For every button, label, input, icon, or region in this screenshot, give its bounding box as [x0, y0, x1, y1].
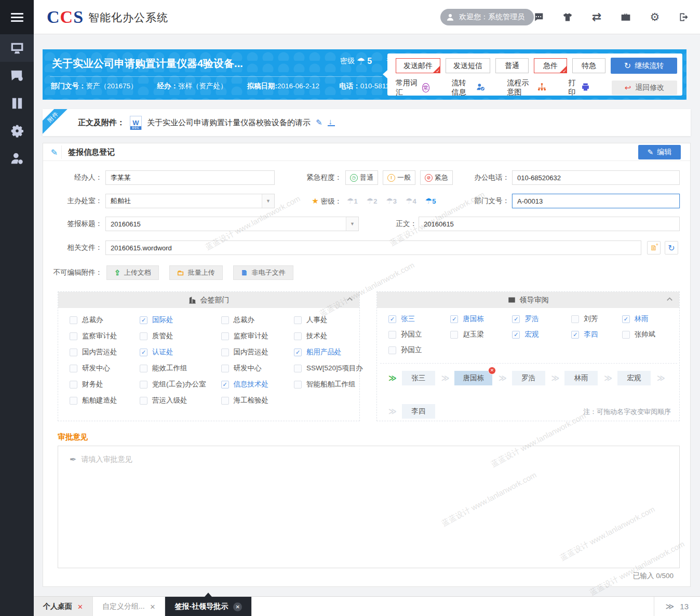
checkbox-item[interactable]: ✓宏观: [512, 330, 571, 339]
collapse-icon[interactable]: [346, 296, 353, 304]
continue-flow-button[interactable]: ↻继续流转: [611, 58, 677, 74]
action-button[interactable]: 发送邮件✓: [396, 58, 440, 73]
banner-link[interactable]: 流程示意图: [507, 78, 546, 97]
system-settings-icon[interactable]: [0, 117, 34, 144]
checkbox-item[interactable]: ✓总裁办: [221, 315, 294, 325]
opinion-textarea[interactable]: ✒ 请填入审批意见: [58, 446, 680, 568]
checkbox-item[interactable]: ✓SSW[520]5项目办: [294, 364, 350, 373]
banner-link[interactable]: 常用词汇常: [396, 78, 429, 97]
checkbox-item[interactable]: ✓孙国立: [388, 345, 450, 355]
checkbox-item[interactable]: ✓监察审计处: [221, 331, 294, 341]
flow-chip[interactable]: 唐国栋✕: [454, 371, 492, 385]
checkbox-item[interactable]: ✓张帅斌: [622, 330, 670, 339]
secrecy-level-2[interactable]: ☂2: [367, 196, 378, 206]
download-attachment-icon[interactable]: [328, 119, 335, 126]
checkbox-item[interactable]: ✓刘芳: [571, 314, 622, 324]
refresh-icon[interactable]: ↻: [665, 241, 678, 255]
attachment-filename[interactable]: 关于实业公司申请购置计量仪器校验设备的请示: [147, 118, 311, 128]
tab-overflow[interactable]: ≫13: [654, 597, 700, 616]
checkbox-item[interactable]: ✓研发中心: [70, 364, 140, 373]
word-doc-icon[interactable]: W: [130, 116, 142, 130]
secrecy-level-5[interactable]: ☂5: [425, 196, 436, 206]
checkbox-item[interactable]: ✓国际处: [140, 315, 221, 325]
flow-chip[interactable]: 张三: [402, 371, 435, 385]
checkbox-item[interactable]: ✓国内营运处: [70, 347, 140, 357]
checkbox-item[interactable]: ✓研发中心: [221, 364, 294, 373]
urgency-option[interactable]: !一般: [383, 170, 415, 185]
secrecy-level-4[interactable]: ☂4: [406, 196, 416, 206]
checkbox-item[interactable]: ✓林雨: [622, 314, 670, 324]
checkbox-item[interactable]: ✓赵玉梁: [450, 330, 512, 339]
checkbox-item[interactable]: ✓信息技术处: [221, 380, 294, 389]
theme-icon[interactable]: [562, 11, 573, 23]
attach-action-button[interactable]: ⇪上传文档: [106, 265, 159, 280]
logout-icon[interactable]: [678, 11, 690, 23]
desktop-icon[interactable]: [0, 34, 34, 62]
urgency-option[interactable]: ⊘紧急: [420, 170, 453, 185]
user-welcome-pill[interactable]: 欢迎您：系统管理员: [440, 9, 534, 25]
action-button[interactable]: 急件✓: [534, 58, 567, 73]
related-input[interactable]: [105, 240, 641, 255]
checkbox-item[interactable]: ✓能效工作组: [140, 364, 221, 373]
banner-link[interactable]: 打印: [568, 78, 590, 97]
checkbox-item[interactable]: ✓人事处: [294, 315, 350, 325]
checkbox-item[interactable]: ✓李四: [571, 330, 622, 339]
checkbox-item[interactable]: ✓唐国栋: [450, 314, 512, 324]
archive-icon[interactable]: [0, 89, 34, 117]
checkbox-item[interactable]: ✓财务处: [70, 380, 140, 389]
attach-action-button[interactable]: 🗎非电子文件: [233, 265, 293, 280]
close-tab-icon[interactable]: ✕: [77, 603, 83, 611]
office-select[interactable]: 船舶社▼: [105, 194, 275, 208]
checkbox-item[interactable]: ✓营运入级处: [140, 396, 221, 405]
flow-chip[interactable]: 宏观: [617, 371, 651, 385]
urgency-option[interactable]: ◷普通: [345, 170, 378, 185]
checkbox-item[interactable]: ✓智能船舶工作组: [294, 380, 350, 389]
add-file-icon[interactable]: 🗎+: [647, 241, 661, 255]
bottom-tab[interactable]: 签报-社领导批示✕: [165, 597, 252, 616]
doc-no-input[interactable]: [512, 194, 680, 208]
action-button[interactable]: 特急: [572, 58, 605, 73]
user-settings-icon[interactable]: [0, 144, 34, 172]
return-edit-button[interactable]: ↩退回修改: [612, 81, 677, 95]
checkbox-item[interactable]: ✓国内营运处: [221, 347, 294, 357]
phone-input[interactable]: [512, 170, 680, 185]
checkbox-item[interactable]: ✓认证处: [140, 347, 221, 357]
checkbox-item[interactable]: ✓质管处: [140, 331, 221, 341]
briefcase-icon[interactable]: [620, 11, 631, 23]
banner-link[interactable]: 流转信息: [451, 78, 485, 97]
flow-chip[interactable]: 李四: [402, 404, 435, 419]
collapse-icon[interactable]: [666, 296, 673, 304]
action-button[interactable]: 普通: [495, 58, 529, 73]
gear-icon[interactable]: ⚙: [649, 11, 661, 23]
edit-button[interactable]: ✎编辑: [638, 145, 681, 159]
close-tab-icon[interactable]: ✕: [150, 603, 156, 611]
checkbox-item[interactable]: ✓船舶建造处: [70, 396, 140, 405]
checkbox-item[interactable]: ✓海工检验处: [221, 396, 294, 405]
checkbox-item[interactable]: ✓总裁办: [70, 315, 140, 325]
checkbox-item[interactable]: ✓船用产品处: [294, 347, 350, 357]
hamburger-menu-icon[interactable]: [0, 0, 34, 34]
secrecy-level-3[interactable]: ☂3: [386, 196, 397, 206]
checkbox-item[interactable]: ✓技术处: [294, 331, 350, 341]
remove-chip-icon[interactable]: ✕: [488, 367, 496, 374]
bottom-tab[interactable]: 自定义分组...✕: [93, 597, 166, 616]
switch-icon[interactable]: ⇄: [591, 11, 602, 23]
attach-action-button[interactable]: 🗀批量上传: [169, 265, 223, 280]
checkbox-item[interactable]: ✓党组(工会)办公室: [140, 380, 221, 389]
bottom-tab[interactable]: 个人桌面✕: [34, 597, 93, 616]
operator-input[interactable]: [105, 170, 275, 185]
message-icon[interactable]: [533, 11, 544, 23]
checkbox-item[interactable]: ✓监察审计处: [70, 331, 140, 341]
body-input[interactable]: [419, 217, 680, 231]
action-button[interactable]: 发送短信: [446, 58, 490, 73]
chat-settings-icon[interactable]: [0, 62, 34, 89]
close-tab-icon[interactable]: ✕: [233, 602, 242, 611]
title-select[interactable]: 20160615▼: [105, 217, 359, 231]
secrecy-level-1[interactable]: ☂1: [347, 196, 358, 206]
checkbox-item[interactable]: ✓张三: [388, 314, 450, 324]
flow-chip[interactable]: 罗浩: [512, 371, 545, 385]
checkbox-item[interactable]: ✓罗浩: [512, 314, 571, 324]
checkbox-item[interactable]: ✓孙国立: [388, 330, 450, 339]
flow-chip[interactable]: 林雨: [564, 371, 598, 385]
edit-attachment-icon[interactable]: ✎: [316, 118, 322, 127]
